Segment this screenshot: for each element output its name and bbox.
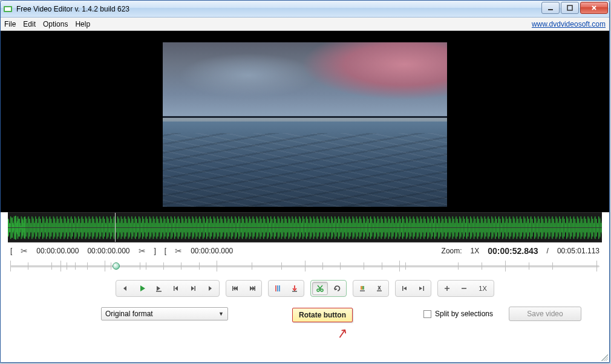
zoom-out-button[interactable]: [456, 282, 472, 295]
video-preview-area: [1, 31, 609, 212]
menubar: File Edit Options Help www.dvdvideosoft.…: [1, 18, 609, 31]
split-by-selections-label: Split by selections: [435, 310, 493, 318]
step-back-button[interactable]: [117, 282, 133, 295]
tooltip-rotate: Rotate button: [292, 308, 353, 322]
svg-rect-29: [279, 285, 280, 291]
right-bracket-icon: ]: [154, 247, 156, 255]
trim-center-button[interactable]: [371, 282, 387, 295]
waveform-playhead[interactable]: [115, 213, 116, 242]
menu-file[interactable]: File: [4, 20, 16, 28]
play-selection-button[interactable]: [151, 282, 167, 295]
svg-rect-25: [232, 286, 234, 291]
selection-end-time: 00:00:00.000: [87, 247, 129, 255]
rotate-button[interactable]: [329, 282, 345, 295]
svg-rect-23: [174, 286, 175, 291]
goto-start-button[interactable]: [227, 282, 243, 295]
cut-button[interactable]: [312, 282, 328, 295]
split-by-selections-checkbox[interactable]: Split by selections: [423, 310, 493, 318]
trim-left-button[interactable]: [355, 282, 370, 295]
time-separator: /: [547, 247, 549, 255]
svg-rect-30: [292, 291, 297, 292]
svg-rect-2: [548, 9, 553, 10]
svg-rect-3: [567, 5, 572, 10]
mark-out-button[interactable]: [414, 282, 430, 295]
selection-start-time: 00:00:00.000: [36, 247, 79, 255]
scissors-cut-icon: ✂: [175, 246, 182, 256]
video-frame[interactable]: [163, 42, 447, 207]
zoom-value: 1X: [471, 247, 480, 255]
svg-rect-28: [277, 285, 278, 291]
play-button[interactable]: [134, 282, 150, 295]
svg-rect-33: [402, 286, 404, 291]
menu-edit[interactable]: Edit: [23, 20, 36, 28]
resize-grip-icon[interactable]: [600, 353, 608, 361]
svg-rect-1: [5, 7, 11, 11]
zoom-reset-label: 1X: [479, 285, 486, 292]
zoom-reset-button[interactable]: 1X: [473, 282, 492, 295]
minimize-button[interactable]: [541, 2, 560, 14]
set-marker-down-button[interactable]: [287, 282, 302, 295]
svg-rect-27: [275, 285, 276, 291]
zoom-in-button[interactable]: [439, 282, 455, 295]
total-time: 00:05:01.113: [557, 247, 600, 255]
maximize-button[interactable]: [561, 2, 579, 14]
left-bracket-icon: [: [10, 247, 12, 255]
scissors-start-icon: ✂: [21, 246, 28, 256]
scissors-end-icon: ✂: [139, 246, 146, 256]
svg-rect-34: [423, 286, 425, 291]
mark-in-button[interactable]: [397, 282, 413, 295]
left-bracket2-icon: [: [165, 247, 166, 255]
menu-options[interactable]: Options: [43, 20, 68, 28]
selection-info-row: [ ✂ 00:00:00.000 00:00:00.000 ✂ ] [ ✂ 00…: [1, 242, 609, 257]
app-window: Free Video Editor v. 1.4.2 build 623 Fil…: [0, 0, 610, 363]
close-button[interactable]: [580, 2, 608, 14]
chevron-down-icon: ▼: [218, 311, 224, 317]
save-video-button[interactable]: Save video: [509, 307, 581, 321]
timeline-slider[interactable]: [10, 257, 600, 275]
output-format-value: Original format: [105, 310, 153, 318]
vendor-link[interactable]: www.dvdvideosoft.com: [532, 20, 606, 28]
zoom-label: Zoom:: [442, 247, 462, 255]
transport-toolbar: 1X: [1, 276, 609, 302]
annotation-arrow-icon: ↗: [336, 325, 349, 343]
timeline-thumb[interactable]: [113, 262, 120, 270]
set-markers-button[interactable]: [270, 282, 286, 295]
step-forward-button[interactable]: [202, 282, 218, 295]
bottom-bar: Original format ▼ Rotate button Split by…: [1, 302, 609, 327]
current-time: 00:00:52.843: [488, 246, 538, 256]
svg-rect-22: [156, 291, 162, 292]
audio-waveform[interactable]: [8, 212, 602, 242]
app-icon: [3, 4, 13, 14]
svg-rect-26: [255, 286, 256, 291]
goto-end-button[interactable]: [244, 282, 260, 295]
output-format-select[interactable]: Original format ▼: [101, 307, 228, 320]
svg-rect-24: [195, 286, 196, 291]
titlebar[interactable]: Free Video Editor v. 1.4.2 build 623: [1, 1, 609, 18]
checkbox-box[interactable]: [423, 310, 431, 318]
menu-help[interactable]: Help: [75, 20, 90, 28]
next-frame-button[interactable]: [185, 282, 201, 295]
window-title: Free Video Editor v. 1.4.2 build 623: [16, 5, 129, 13]
prev-frame-button[interactable]: [168, 282, 184, 295]
cut-start-time: 00:00:00.000: [191, 247, 233, 255]
